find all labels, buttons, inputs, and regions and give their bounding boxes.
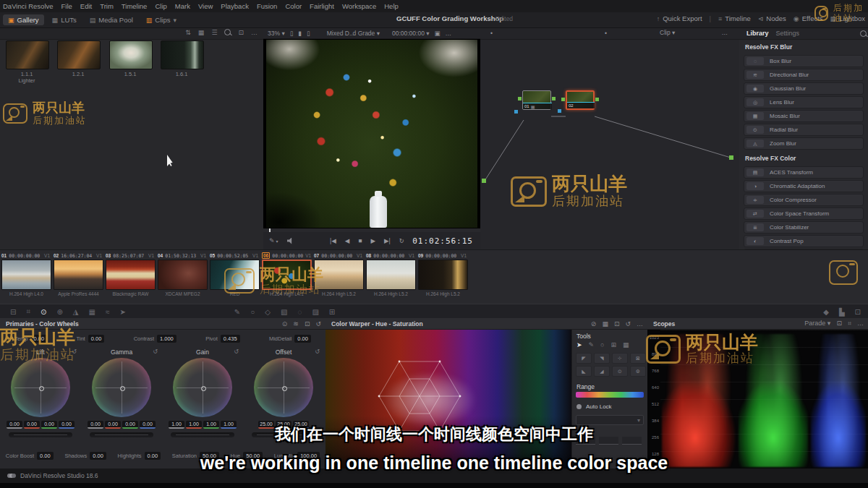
grade-mode-dropdown[interactable]: Mixed D..d Grade ▾ (327, 30, 380, 37)
menu-help[interactable]: Help (384, 2, 399, 10)
hue-range-strip[interactable] (576, 392, 644, 398)
viewer-image-area[interactable] (263, 39, 480, 228)
select-tool-icon[interactable]: ➤ (576, 341, 582, 348)
tool-button[interactable]: ⊠ (630, 353, 646, 364)
list-view-icon[interactable]: ☰ (211, 29, 217, 36)
menu-workspace[interactable]: Workspace (342, 2, 376, 10)
clip-thumbnail[interactable] (1, 260, 51, 290)
curves-icon[interactable]: ≈ (106, 308, 110, 316)
fx-item-color-compressor[interactable]: ≑ Color Compressor (744, 194, 864, 206)
keyframe-icon[interactable]: ◆ (823, 308, 829, 316)
luts-button[interactable]: ▦ LUTs (47, 14, 82, 25)
scopes-toggle-icon[interactable]: ▙ (839, 308, 845, 316)
warper-expand-icon[interactable]: ⊡ (614, 320, 620, 328)
clip-thumbnail[interactable] (158, 260, 208, 290)
menu-fusion[interactable]: Fusion (257, 2, 278, 10)
gain-wheel[interactable] (173, 358, 232, 417)
thumbnail-view-icon[interactable]: ▦ (198, 29, 205, 36)
wipe-b-icon[interactable]: ▯ (307, 30, 310, 37)
lift-wheel[interactable] (11, 358, 70, 417)
motion-effects-icon[interactable]: ▦ (89, 308, 95, 316)
menu-clip[interactable]: Clip (155, 2, 166, 10)
window-icon[interactable]: ○ (250, 308, 255, 316)
camera-raw-icon[interactable]: ⊟ (10, 308, 16, 316)
tool-button[interactable]: ◥ (594, 353, 610, 364)
fx-item-lens-blur[interactable]: ◎ Lens Blur (744, 96, 864, 108)
fx-item-contrast-pop[interactable]: ◐ Contrast Pop (744, 235, 864, 247)
menu-edit[interactable]: Edit (80, 2, 92, 10)
fx-item-radial-blur[interactable]: ⊙ Radial Blur (744, 124, 864, 136)
tool-button[interactable]: ⊹ (612, 353, 628, 364)
wheels-mode-icon[interactable]: ⊙ (282, 320, 288, 328)
quick-export-button[interactable]: ↑ Quick Export (657, 14, 702, 22)
pin-tool-icon[interactable]: ○ (600, 341, 604, 348)
tool-button[interactable]: ⊙ (612, 366, 628, 377)
still-thumbnail[interactable] (6, 40, 49, 69)
warper-reset-icon[interactable]: ↺ (625, 320, 631, 328)
clip-thumbnail[interactable] (54, 260, 103, 290)
more-icon[interactable]: … (251, 29, 258, 36)
node-options-icon[interactable]: • (490, 30, 493, 37)
timeline-clip-08[interactable]: 0800:00:00:00V1 H.264 High L5.2 (366, 252, 416, 296)
menu-mark[interactable]: Mark (175, 2, 190, 10)
tracker-icon[interactable]: ◇ (265, 308, 271, 316)
warper-grid-icon[interactable]: ▦ (602, 320, 608, 328)
corrector-node-01[interactable]: 01▦ (522, 90, 551, 110)
still-thumbnail[interactable] (57, 40, 101, 69)
timeline-clip-04[interactable]: 0401:50:32:13V1 XDCAM MPEG2 (158, 252, 208, 296)
last-frame-button[interactable]: ▶| (384, 237, 391, 244)
viewer-more-icon[interactable]: … (446, 30, 452, 37)
fx-item-box-blur[interactable]: ◌ Box Blur (744, 55, 864, 67)
gallery-still[interactable]: 1.1.1 Lighter (6, 40, 48, 84)
play-button[interactable]: ▶ (370, 237, 375, 244)
still-thumbnail[interactable] (161, 40, 204, 69)
clip-thumbnail[interactable] (366, 260, 416, 290)
node-key-input[interactable] (558, 109, 561, 113)
wheel-center-handle[interactable] (39, 386, 44, 391)
media-pool-button[interactable]: ▤ Media Pool (85, 14, 138, 25)
nodes-panel-button[interactable]: ⊲ Nodes (758, 14, 786, 22)
search-icon[interactable] (224, 29, 231, 35)
info-icon[interactable]: ⊡ (855, 308, 861, 316)
timeline-clip-09[interactable]: 0900:00:00:00V1 H.264 High L5.2 (418, 252, 468, 296)
zoom-level-dropdown[interactable]: 33% ▾ (268, 30, 285, 37)
draw-tool-icon[interactable]: ✎ (589, 341, 595, 348)
tab-library[interactable]: Library (746, 30, 769, 37)
clips-button[interactable]: ▥ Clips ▾ (141, 14, 182, 25)
hdr-grade-icon[interactable]: ⊕ (56, 308, 62, 316)
gamma-wheel[interactable] (92, 358, 151, 417)
menu-timeline[interactable]: Timeline (122, 2, 148, 10)
contrast-control[interactable]: Contrast1.000 (134, 335, 176, 343)
node-rgb-output[interactable] (552, 97, 556, 100)
clip-thumbnail[interactable] (106, 260, 156, 290)
reset-icon[interactable]: ↺ (234, 348, 239, 355)
search-icon[interactable] (860, 30, 867, 37)
gallery-button[interactable]: ▣ Gallery (3, 14, 44, 25)
step-back-button[interactable]: ◀ (345, 237, 350, 244)
node-level-dropdown[interactable]: Clip ▾ (660, 29, 675, 36)
node-rgb-input[interactable] (561, 98, 565, 101)
timeline-clip-02[interactable]: 0216:06:27:04V1 Apple ProRes 4444 (54, 252, 103, 296)
fx-item-directional-blur[interactable]: ≋ Directional Blur (744, 69, 864, 81)
fx-item-chromatic-adaptation[interactable]: ◑ Chromatic Adaptation (744, 180, 864, 192)
gallery-still[interactable]: 1.2.1 (57, 40, 99, 77)
app-menu[interactable]: DaVinci Resolve (3, 2, 54, 10)
clip-thumbnail[interactable] (418, 260, 468, 290)
gallery-still[interactable]: 1.5.1 (109, 40, 151, 77)
fx-item-gaussian-blur[interactable]: ◉ Gaussian Blur (744, 82, 864, 95)
menu-color[interactable]: Color (285, 2, 302, 10)
tool-button[interactable]: ◢ (594, 366, 610, 377)
middetail-control[interactable]: MidDetail0.00 (269, 335, 311, 343)
log-mode-icon[interactable]: ⊡ (305, 320, 310, 328)
first-frame-button[interactable]: |◀ (330, 237, 336, 244)
timeline-clip-03[interactable]: 0308:25:07:07V1 Blackmagic RAW (106, 252, 156, 296)
expand-icon[interactable]: ⊡ (238, 29, 244, 36)
wheel-center-handle[interactable] (282, 386, 287, 391)
node-rgb-output[interactable] (595, 98, 599, 101)
sizing-icon[interactable]: ⊞ (329, 308, 335, 316)
menu-playback[interactable]: Playback (221, 2, 249, 10)
corrector-node-02-selected[interactable]: 02 (566, 90, 595, 110)
node-key-input[interactable] (514, 110, 518, 114)
fx-item-zoom-blur[interactable]: ◬ Zoom Blur (744, 137, 864, 150)
hue-saturation-field[interactable] (326, 330, 571, 468)
